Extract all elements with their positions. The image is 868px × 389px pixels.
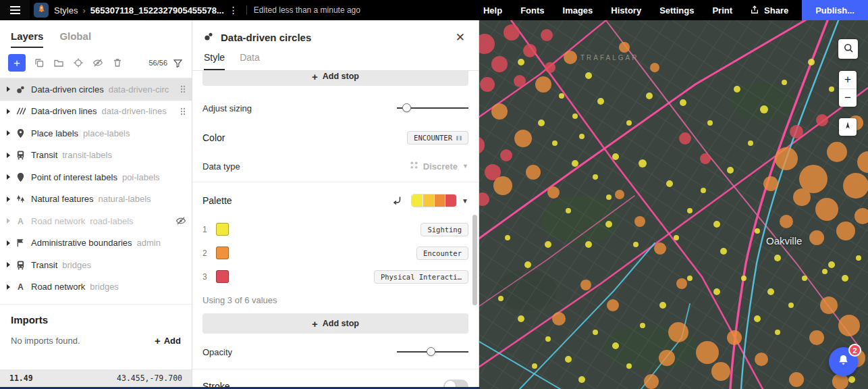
add-import-button[interactable]: + Add [155, 335, 181, 346]
expand-caret-icon[interactable] [7, 218, 10, 224]
layer-id: bridges [90, 282, 186, 292]
layer-name: Data-driven circles [31, 84, 104, 95]
mapbox-studio-logo[interactable] [34, 3, 49, 18]
color-swatch[interactable] [216, 270, 229, 283]
locate-layer-icon[interactable] [72, 57, 84, 69]
close-panel-icon[interactable]: ✕ [453, 30, 468, 45]
tab-layers[interactable]: Layers [11, 30, 43, 48]
zoom-out-button[interactable]: − [839, 89, 857, 107]
lines-icon [15, 105, 26, 117]
topbar-nav-item[interactable]: Help [483, 5, 502, 16]
add-stop-button[interactable]: + Add stop [202, 313, 468, 334]
expand-caret-icon[interactable] [7, 262, 10, 267]
visibility-off-icon[interactable] [175, 215, 186, 226]
panel-header: Data-driven circles ✕ [192, 20, 479, 52]
expand-caret-icon[interactable] [7, 153, 10, 158]
layer-count-value: 56/56 [148, 59, 167, 67]
tab-data[interactable]: Data [240, 52, 260, 70]
layer-row[interactable]: ARoad networkroad-labels [0, 210, 192, 232]
filter-funnel-icon[interactable] [171, 57, 184, 69]
share-button[interactable]: Share [750, 5, 788, 16]
topbar-nav-item[interactable]: Fonts [520, 5, 544, 16]
notifications-button[interactable]: 2 [829, 347, 858, 376]
drag-handle-icon[interactable] [180, 84, 186, 95]
tab-style[interactable]: Style [204, 52, 225, 70]
reset-palette-icon[interactable] [390, 194, 404, 207]
map-basemap [479, 20, 868, 389]
palette-chevron-down-icon[interactable]: ▼ [462, 197, 468, 205]
layer-row[interactable]: Data-driven circlesdata-driven-circ [0, 78, 192, 101]
layer-id: admin [137, 238, 186, 248]
zoom-level-value: 11.49 [9, 373, 33, 383]
panel-title: Data-driven circles [221, 32, 311, 43]
color-token-value: ENCOUNTER [414, 134, 452, 142]
topbar-nav-item[interactable]: History [611, 5, 641, 16]
expand-caret-icon[interactable] [7, 109, 10, 114]
stop-value-chip[interactable]: Encounter [416, 247, 468, 260]
layer-name: Transit [31, 260, 57, 270]
circles-icon [15, 84, 26, 95]
admin-icon [15, 237, 26, 249]
panel-scrollbar[interactable] [472, 215, 477, 305]
add-stop-button-top[interactable]: + Add stop [202, 71, 468, 86]
adjust-sizing-label: Adjust sizing [202, 103, 252, 113]
color-swatch[interactable] [216, 247, 229, 259]
expand-caret-icon[interactable] [7, 284, 10, 290]
stop-value-chip[interactable]: Physical Interacti… [374, 270, 468, 284]
expand-caret-icon[interactable] [7, 197, 10, 202]
layer-id: transit-labels [62, 150, 186, 160]
menu-hamburger-icon[interactable] [0, 0, 30, 20]
palette-stop-row: 2Encounter [202, 241, 468, 265]
duplicate-layer-icon[interactable] [33, 57, 45, 69]
label-icon: A [15, 281, 26, 292]
color-swatch[interactable] [216, 223, 229, 236]
layer-row[interactable]: Point of interest labelspoi-labels [0, 166, 192, 188]
slider-knob[interactable] [427, 347, 435, 356]
stop-value-chip[interactable]: Sighting [421, 223, 468, 236]
topbar-nav-item[interactable]: Print [712, 5, 732, 16]
expand-caret-icon[interactable] [7, 86, 10, 92]
expand-caret-icon[interactable] [7, 240, 10, 246]
layer-row[interactable]: Transitbridges [0, 254, 192, 276]
toggle-visibility-icon[interactable] [92, 57, 104, 69]
compass-needle-icon [842, 120, 853, 134]
delete-layer-icon[interactable] [111, 57, 124, 69]
drag-handle-icon[interactable] [180, 106, 186, 117]
place-icon [15, 128, 26, 139]
style-options-kebab-icon[interactable]: ⋮ [224, 5, 244, 16]
data-type-dropdown[interactable]: Discrete ▼ [410, 161, 468, 172]
imports-empty-text: No imports found. [11, 336, 80, 346]
palette-gradient-preview[interactable] [412, 194, 456, 207]
layer-row[interactable]: Natural featuresnatural-labels [0, 188, 192, 211]
layer-row[interactable]: Place labelsplace-labels [0, 122, 192, 145]
topbar-divider [246, 5, 247, 15]
share-label: Share [764, 5, 788, 16]
breadcrumb-styles[interactable]: Styles [54, 5, 78, 16]
publish-button[interactable]: Publish... [802, 0, 868, 20]
add-layer-button[interactable]: + [8, 54, 26, 72]
layer-row[interactable]: ARoad networkbridges [0, 276, 192, 299]
topbar-nav: HelpFontsImagesHistorySettingsPrint [483, 5, 732, 16]
group-folder-icon[interactable] [53, 57, 65, 69]
opacity-slider[interactable] [397, 347, 468, 357]
imports-section: Imports No imports found. + Add [0, 304, 192, 353]
topbar-nav-item[interactable]: Images [563, 5, 593, 16]
topbar-nav-item[interactable]: Settings [659, 5, 694, 16]
expand-caret-icon[interactable] [7, 174, 10, 180]
expand-caret-icon[interactable] [7, 130, 10, 136]
map-zoom-controls: + − [839, 71, 857, 107]
map-bearing-button[interactable] [839, 118, 857, 136]
map-canvas[interactable]: TRAFALGAR Oakville + − 2 [479, 20, 868, 389]
layer-row[interactable]: Administrative boundariesadmin [0, 232, 192, 255]
style-name[interactable]: 565307118_1522327905455578... [90, 5, 224, 16]
map-search-button[interactable] [838, 39, 858, 59]
layer-id: place-labels [83, 128, 186, 138]
tab-global[interactable]: Global [59, 30, 91, 48]
adjust-sizing-slider[interactable] [397, 103, 468, 113]
zoom-in-button[interactable]: + [839, 71, 857, 88]
layer-row[interactable]: Data-driven linesdata-driven-lines [0, 101, 192, 123]
natural-icon [15, 193, 26, 205]
layer-row[interactable]: Transittransit-labels [0, 145, 192, 167]
slider-knob[interactable] [402, 103, 411, 112]
color-token-chip[interactable]: ENCOUNTER [407, 131, 468, 145]
